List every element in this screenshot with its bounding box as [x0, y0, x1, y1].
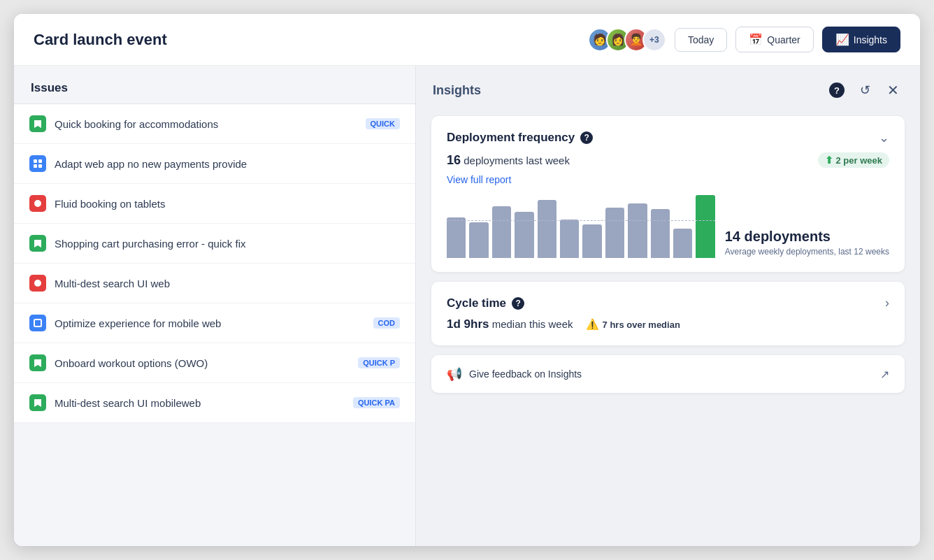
issue-icon-circle	[29, 275, 46, 292]
header-actions: 🧑 👩 🧑‍🦱 +3 Today 📅 Quarter 📈 Insights	[588, 27, 900, 52]
chart-highlight-num: 14 deployments	[725, 229, 889, 245]
refresh-icon: ↺	[860, 82, 870, 98]
today-button[interactable]: Today	[675, 28, 727, 52]
issues-section-title: Issues	[14, 66, 415, 103]
chart-sub-label: Average weekly deployments, last 12 week…	[725, 246, 889, 258]
view-full-report-link[interactable]: View full report	[447, 174, 511, 185]
issue-item[interactable]: Optimize experience for mobile web COD	[14, 303, 415, 343]
question-icon: ?	[829, 82, 845, 98]
card-title-row: Deployment frequency ?	[447, 131, 593, 145]
refresh-button[interactable]: ↺	[854, 80, 875, 101]
up-arrow-icon: ⬆	[825, 155, 833, 166]
issue-text: Fluid booking on tablets	[55, 198, 400, 210]
close-icon: ✕	[887, 82, 899, 99]
feedback-text: Give feedback on Insights	[469, 368, 582, 380]
svg-rect-0	[34, 159, 37, 163]
deploy-count: 16 deployments last week	[447, 153, 570, 168]
close-button[interactable]: ✕	[882, 80, 903, 101]
rate-badge: ⬆ 2 per week	[818, 152, 890, 168]
quarter-button[interactable]: 📅 Quarter	[735, 27, 813, 52]
issue-icon-bookmark	[29, 115, 46, 132]
page-title: Card launch event	[34, 31, 167, 49]
deployment-help-icon[interactable]: ?	[580, 131, 593, 144]
header: Card launch event 🧑 👩 🧑‍🦱 +3 Today 📅 Qua…	[14, 14, 920, 66]
issue-item[interactable]: Onboard workout options (OWO) QUICK P	[14, 343, 415, 383]
warning-icon: ⚠️	[586, 318, 599, 331]
insights-button[interactable]: 📈 Insights	[822, 27, 900, 52]
bar	[447, 217, 466, 258]
chart-icon: 📈	[835, 33, 849, 46]
issues-list: Quick booking for accommodations QUICK A…	[14, 103, 415, 423]
cycle-time-help-icon[interactable]: ?	[512, 297, 524, 310]
bar-chart-area: 14 deployments Average weekly deployment…	[447, 195, 889, 258]
issue-text: Onboard workout options (OWO)	[55, 357, 350, 369]
insights-panel-header: Insights ? ↺ ✕	[431, 80, 905, 106]
issue-item[interactable]: Quick booking for accommodations QUICK	[14, 104, 415, 144]
svg-rect-3	[38, 164, 42, 168]
issue-badge: QUICK P	[358, 357, 400, 368]
cycle-time-value: 1d 9hrs median this week	[447, 317, 573, 331]
bar	[492, 206, 511, 258]
issues-panel: Issues Quick booking for accommodations …	[14, 66, 416, 546]
over-median: ⚠️ 7 hrs over median	[586, 318, 680, 331]
svg-point-4	[34, 200, 41, 207]
avatar-more[interactable]: +3	[642, 28, 666, 52]
issue-badge: COD	[373, 317, 400, 329]
external-link-icon: ↗	[880, 368, 889, 381]
issue-item[interactable]: Adapt web app no new payments provide	[14, 144, 415, 184]
bar	[673, 229, 692, 258]
svg-rect-1	[38, 159, 42, 163]
bar	[605, 208, 624, 258]
deploy-metrics: 16 deployments last week ⬆ 2 per week	[447, 152, 889, 168]
issue-icon-circle	[29, 195, 46, 212]
cycle-time-card-title: Cycle time	[447, 296, 506, 310]
bar	[628, 203, 647, 258]
cycle-metrics: 1d 9hrs median this week ⚠️ 7 hrs over m…	[447, 317, 889, 331]
bar	[469, 222, 488, 258]
issue-item[interactable]: Multi-dest search UI mobileweb QUICK PA	[14, 383, 415, 423]
feedback-left: 📢 Give feedback on Insights	[447, 366, 582, 382]
megaphone-icon: 📢	[447, 366, 462, 382]
issue-badge: QUICK PA	[353, 397, 400, 408]
issue-text: Multi-dest search UI web	[55, 278, 400, 289]
svg-rect-2	[34, 164, 37, 168]
issue-item[interactable]: Fluid booking on tablets	[14, 184, 415, 224]
issue-item[interactable]: Multi-dest search UI web	[14, 264, 415, 303]
issue-item[interactable]: Shopping cart purchasing error - quick f…	[14, 224, 415, 264]
issue-text: Quick booking for accommodations	[55, 118, 357, 130]
svg-point-5	[34, 280, 41, 287]
card-header: Deployment frequency ? ⌄	[447, 130, 889, 145]
insights-panel-title: Insights	[433, 83, 481, 98]
card-title-row: Cycle time ?	[447, 296, 524, 310]
calendar-icon: 📅	[749, 33, 763, 46]
help-button[interactable]: ?	[826, 80, 847, 101]
avatar-group: 🧑 👩 🧑‍🦱 +3	[588, 28, 666, 52]
bar	[582, 224, 601, 258]
issue-icon-bookmark	[29, 235, 46, 252]
cycle-time-card: Cycle time ? › 1d 9hrs median this week …	[431, 282, 905, 345]
card-header: Cycle time ? ›	[447, 296, 889, 310]
feedback-card[interactable]: 📢 Give feedback on Insights ↗	[431, 355, 905, 393]
app-window: Card launch event 🧑 👩 🧑‍🦱 +3 Today 📅 Qua…	[14, 14, 920, 546]
issue-text: Multi-dest search UI mobileweb	[55, 397, 345, 409]
bar	[515, 212, 533, 258]
issue-icon-square	[29, 315, 46, 331]
insights-panel: Insights ? ↺ ✕ Deployment	[416, 66, 920, 546]
chevron-right-icon[interactable]: ›	[885, 296, 889, 310]
bar-chart	[447, 195, 715, 258]
chevron-down-icon[interactable]: ⌄	[879, 130, 889, 145]
issue-badge: QUICK	[366, 118, 400, 129]
issue-icon-bookmark	[29, 394, 46, 411]
bar	[538, 200, 556, 258]
issue-icon-bookmark	[29, 354, 46, 371]
issue-text: Shopping cart purchasing error - quick f…	[55, 238, 400, 250]
issue-text: Adapt web app no new payments provide	[55, 158, 400, 170]
svg-rect-6	[34, 320, 41, 326]
chart-label: 14 deployments Average weekly deployment…	[725, 229, 889, 258]
insights-actions: ? ↺ ✕	[826, 80, 903, 101]
bar	[651, 209, 670, 258]
bar	[696, 195, 714, 258]
bar	[560, 220, 579, 258]
deployment-card-title: Deployment frequency	[447, 131, 575, 145]
issue-text: Optimize experience for mobile web	[55, 317, 365, 329]
